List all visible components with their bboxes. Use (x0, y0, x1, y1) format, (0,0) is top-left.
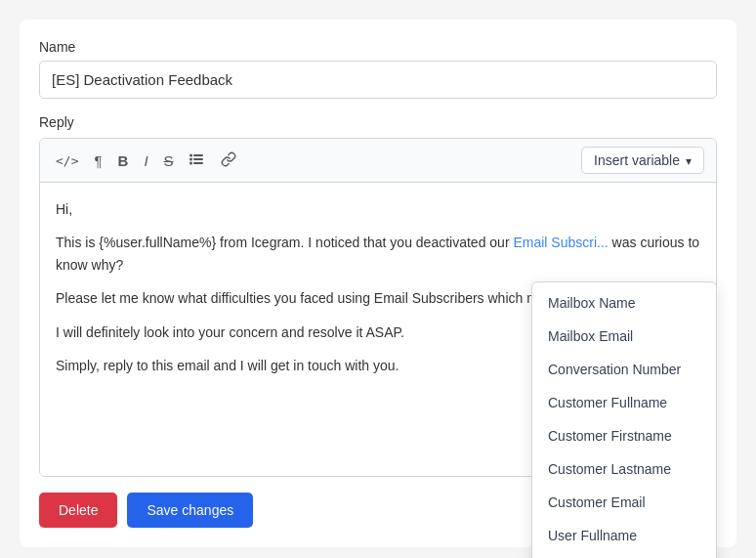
name-input[interactable] (39, 61, 717, 99)
editor-line-2: This is {%user.fullName%} from Icegram. … (56, 232, 700, 276)
svg-rect-1 (193, 158, 203, 160)
list-btn[interactable] (186, 150, 209, 172)
toolbar-left: </> ¶ B I S (52, 150, 240, 172)
bold-icon: B (118, 152, 129, 169)
code-btn[interactable]: </> (52, 151, 82, 170)
link-btn[interactable] (217, 150, 240, 172)
dropdown-item-8[interactable]: User Firstname (532, 552, 716, 558)
dropdown-item-0[interactable]: Mailbox Name (532, 286, 716, 320)
toolbar: </> ¶ B I S (40, 139, 716, 183)
svg-point-3 (189, 153, 192, 156)
svg-point-4 (189, 157, 192, 160)
dropdown-item-5[interactable]: Customer Lastname (532, 452, 716, 486)
svg-rect-0 (193, 154, 203, 156)
strikethrough-btn[interactable]: S (160, 150, 178, 171)
dropdown-item-3[interactable]: Customer Fullname (532, 386, 716, 419)
svg-point-5 (189, 161, 192, 164)
dropdown-item-1[interactable]: Mailbox Email (532, 320, 716, 353)
paragraph-icon: ¶ (94, 152, 102, 169)
code-icon: </> (56, 153, 78, 168)
list-icon (189, 151, 205, 170)
editor-line-1: Hi, (56, 198, 700, 220)
link-icon (221, 151, 236, 170)
italic-icon: I (144, 152, 147, 169)
chevron-down-icon (686, 152, 692, 168)
delete-button[interactable]: Delete (39, 493, 117, 528)
dropdown-item-2[interactable]: Conversation Number (532, 353, 716, 386)
bold-btn[interactable]: B (114, 150, 133, 171)
save-button[interactable]: Save changes (127, 493, 253, 528)
insert-variable-dropdown: Mailbox NameMailbox EmailConversation Nu… (531, 281, 717, 558)
name-label: Name (39, 39, 717, 55)
dropdown-item-7[interactable]: User Fullname (532, 519, 716, 552)
dropdown-item-6[interactable]: Customer Email (532, 486, 716, 519)
email-subscribers-link[interactable]: Email Subscri... (513, 235, 608, 250)
insert-variable-btn[interactable]: Insert variable (581, 147, 704, 174)
italic-btn[interactable]: I (140, 150, 151, 171)
svg-rect-2 (193, 162, 203, 164)
page-container: Name Reply </> ¶ B I S (20, 20, 736, 547)
strikethrough-icon: S (164, 152, 174, 169)
insert-variable-label: Insert variable (594, 152, 680, 168)
dropdown-item-4[interactable]: Customer Firstname (532, 419, 716, 452)
paragraph-btn[interactable]: ¶ (90, 150, 105, 171)
reply-label: Reply (39, 114, 717, 130)
